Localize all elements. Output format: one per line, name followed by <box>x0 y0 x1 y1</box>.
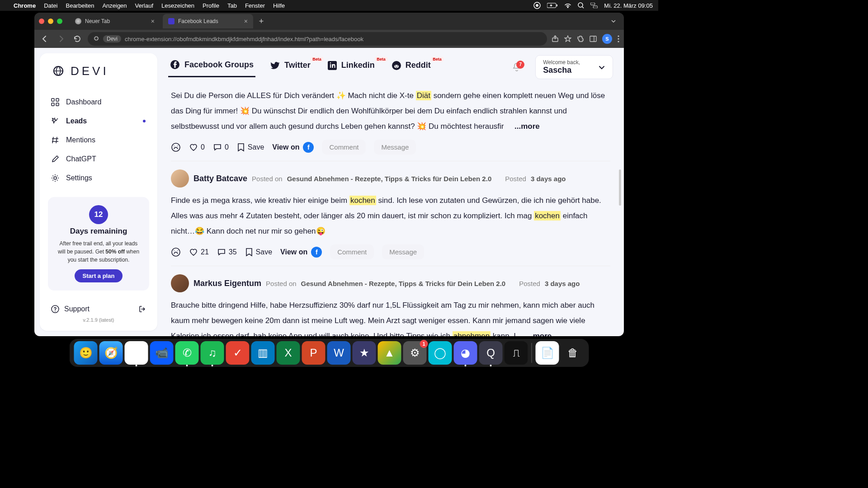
wifi-icon[interactable] <box>564 3 571 8</box>
nav-settings[interactable]: Settings <box>40 169 157 187</box>
view-on-facebook-link[interactable]: View onf <box>272 142 314 153</box>
tab-close-icon[interactable]: × <box>151 18 155 25</box>
dock-app-powerpoint[interactable]: P <box>302 341 326 365</box>
menu-verlauf[interactable]: Verlauf <box>135 2 153 9</box>
dock-app-imovie[interactable]: ★ <box>353 341 376 365</box>
nav-back-button[interactable] <box>39 33 51 45</box>
dock-app-drive[interactable]: ▲ <box>378 341 401 365</box>
scrollbar-thumb[interactable] <box>619 169 621 206</box>
new-tab-button[interactable]: + <box>256 16 267 27</box>
window-minimize[interactable] <box>48 19 53 24</box>
nav-chatgpt[interactable]: ChatGPT <box>40 150 157 168</box>
extensions-icon[interactable] <box>577 35 584 42</box>
source-tab-facebook[interactable]: Facebook Groups <box>168 57 255 77</box>
nav-dashboard[interactable]: Dashboard <box>40 93 157 111</box>
comment-button[interactable]: Comment <box>330 244 374 259</box>
dock-app-voice-memos[interactable]: ⎍ <box>505 341 528 365</box>
like-count[interactable]: 21 <box>189 248 209 257</box>
user-menu[interactable]: Welcome back, Sascha <box>535 55 613 79</box>
beta-badge: Beta <box>375 57 387 61</box>
brand-logo: DEVI <box>40 61 157 88</box>
dismiss-button[interactable] <box>171 247 181 257</box>
dock-app-trello[interactable]: ▥ <box>251 341 275 365</box>
cursor-click-icon <box>51 117 60 126</box>
tab-facebook-leads[interactable]: Facebook Leads × <box>163 14 253 28</box>
message-button[interactable]: Message <box>382 244 424 259</box>
source-tab-twitter[interactable]: Twitter Beta <box>269 58 312 76</box>
menubar-clock[interactable]: Mi. 22. März 09:05 <box>604 2 653 9</box>
dock-app-finder[interactable]: 🙂 <box>74 341 98 365</box>
author-avatar[interactable] <box>171 274 189 292</box>
menu-profile[interactable]: Profile <box>203 2 219 9</box>
source-tab-linkedin[interactable]: Linkedin Beta <box>326 58 377 76</box>
post-card: Batty Batcave Posted on Gesund Abnehmen … <box>171 161 610 266</box>
omnibox[interactable]: Devi chrome-extension://obofmdbkmindkbmd… <box>88 32 547 46</box>
view-on-facebook-link[interactable]: View onf <box>280 247 322 258</box>
window-maximize[interactable] <box>57 19 62 24</box>
menu-fenster[interactable]: Fenster <box>245 2 265 9</box>
dismiss-button[interactable] <box>171 142 181 152</box>
dock-app-chrome[interactable]: ◉ <box>125 341 148 365</box>
pencil-icon <box>51 155 60 164</box>
search-icon[interactable] <box>578 2 584 9</box>
logout-icon[interactable] <box>138 305 146 313</box>
support-label[interactable]: Support <box>64 305 90 313</box>
author-name[interactable]: Batty Batcave <box>193 174 247 183</box>
dock-app-trash[interactable]: 🗑 <box>561 341 585 365</box>
menubar-app-name[interactable]: Chrome <box>14 2 36 9</box>
save-button[interactable]: Save <box>237 143 264 152</box>
like-count[interactable]: 0 <box>189 143 205 152</box>
source-tabs-bar: Facebook Groups Twitter Beta Linkedin Be… <box>157 48 624 79</box>
menu-anzeigen[interactable]: Anzeigen <box>102 2 127 9</box>
dock-app-discord[interactable]: ◕ <box>454 341 477 365</box>
control-center-icon[interactable] <box>590 3 598 8</box>
tabs-dropdown[interactable] <box>610 18 619 24</box>
tab-close-icon[interactable]: × <box>244 18 248 25</box>
sidepanel-icon[interactable] <box>590 35 597 42</box>
window-close[interactable] <box>39 19 44 24</box>
dock-app-word[interactable]: W <box>327 341 351 365</box>
dock-app-zoom[interactable]: 📹 <box>150 341 174 365</box>
bookmark-star-icon[interactable] <box>564 35 571 42</box>
dock-app-safari[interactable]: 🧭 <box>99 341 123 365</box>
comment-count[interactable]: 35 <box>217 248 237 257</box>
author-name[interactable]: Markus Eigentum <box>193 279 261 288</box>
chrome-menu-icon[interactable] <box>618 35 619 42</box>
comment-button[interactable]: Comment <box>322 140 366 155</box>
menu-tab[interactable]: Tab <box>227 2 237 9</box>
dock-app-quicktime[interactable]: Q <box>479 341 503 365</box>
nav-forward-button[interactable] <box>55 33 67 45</box>
dock-app-pages[interactable]: 📄 <box>536 341 559 365</box>
start-plan-button[interactable]: Start a plan <box>75 269 123 282</box>
nav-leads[interactable]: Leads <box>40 112 157 130</box>
battery-icon[interactable] <box>547 3 558 8</box>
expand-more-link[interactable]: ...more <box>527 332 552 336</box>
group-link[interactable]: Gesund Abnehmen - Rezepte, Tipps & Trick… <box>287 175 492 183</box>
dock-app-todoist[interactable]: ✓ <box>226 341 250 365</box>
dock-app-systemsettings[interactable]: ⚙1 <box>403 341 427 365</box>
tab-neuer-tab[interactable]: Neuer Tab × <box>70 14 160 28</box>
notifications-bell[interactable]: 7 <box>512 62 522 72</box>
nav-mentions[interactable]: Mentions <box>40 131 157 149</box>
dock-app-excel[interactable]: X <box>277 341 300 365</box>
message-button[interactable]: Message <box>374 140 416 155</box>
nav-reload-button[interactable] <box>71 33 83 45</box>
expand-more-link[interactable]: ...more <box>514 122 540 131</box>
record-icon[interactable] <box>533 2 541 9</box>
menu-hilfe[interactable]: Hilfe <box>273 2 285 9</box>
menu-lesezeichen[interactable]: Lesezeichen <box>161 2 194 9</box>
dock-app-app-teal[interactable]: ◯ <box>429 341 452 365</box>
save-button[interactable]: Save <box>245 248 272 257</box>
menu-datei[interactable]: Datei <box>44 2 57 9</box>
menu-bearbeiten[interactable]: Bearbeiten <box>66 2 94 9</box>
profile-avatar[interactable]: S <box>602 34 612 44</box>
source-tab-reddit[interactable]: Reddit Beta <box>390 58 433 76</box>
comment-count[interactable]: 0 <box>213 143 229 152</box>
author-avatar[interactable] <box>171 169 189 188</box>
brand-name: DEVI <box>71 64 109 78</box>
feed[interactable]: Sei Du die Person die ALLES für Dich ver… <box>157 79 624 336</box>
group-link[interactable]: Gesund Abnehmen - Rezepte, Tipps & Trick… <box>301 280 506 287</box>
share-icon[interactable] <box>552 35 559 42</box>
dock-app-spotify[interactable]: ♫ <box>201 341 224 365</box>
dock-app-whatsapp[interactable]: ✆ <box>175 341 199 365</box>
